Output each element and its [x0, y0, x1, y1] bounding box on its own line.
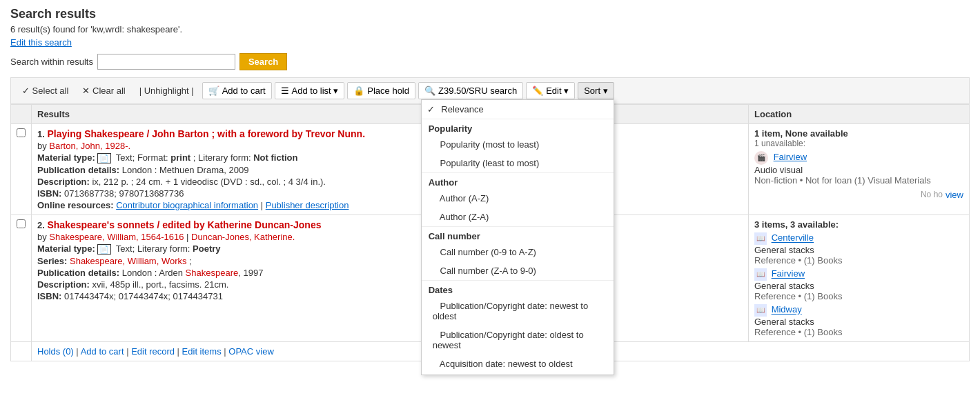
row1-material-icon: 📄	[97, 153, 111, 163]
check-icon: ✓	[427, 104, 435, 114]
search-icon: 🔍	[424, 86, 435, 96]
row1-checkbox[interactable]	[17, 128, 26, 137]
sort-group-callnum: Call number	[422, 226, 614, 243]
row1-author-link[interactable]: Barton, John, 1928-.	[49, 141, 130, 151]
row2-result-cell: 2. Shakespeare's sonnets / edited by Kat…	[32, 215, 749, 342]
edit-button[interactable]: ✏️ Edit ▾	[526, 82, 575, 99]
row2-title-line: 2. Shakespeare's sonnets / edited by Kat…	[37, 219, 743, 230]
sort-acqdate-newest[interactable]: Acquisition date: newest to oldest	[422, 355, 614, 373]
row1-description: Description: ix, 212 p. ; 24 cm. + 1 vid…	[37, 177, 743, 187]
row1-isbn: ISBN: 0713687738; 9780713687736	[37, 188, 743, 199]
results-count: 6 result(s) found for 'kw,wrdl: shakespe…	[10, 24, 970, 34]
row1-publication: Publication details: London : Methuen Dr…	[37, 165, 743, 175]
edit-icon: ✏️	[532, 86, 543, 96]
row2-number: 2.	[37, 220, 47, 230]
toolbar: ✓ Select all ✕ Clear all | Unhighlight |…	[10, 77, 970, 104]
sort-group-dates: Dates	[422, 280, 614, 297]
row1-online-link1[interactable]: Contributor biographical information	[116, 200, 258, 210]
row1-author: by Barton, John, 1928-.	[37, 141, 743, 151]
row2-edit-record-link[interactable]: Edit record	[131, 346, 175, 357]
sort-popularity-most[interactable]: Popularity (most to least)	[422, 135, 614, 154]
row2-branch3-link[interactable]: Midway	[772, 305, 802, 315]
row1-online: Online resources: Contributor biographic…	[37, 200, 743, 210]
search-within-input[interactable]	[97, 54, 235, 70]
row2-description: Description: xvii, 485p ill., port., fac…	[37, 279, 743, 290]
row2-location-cell: 3 items, 3 available: 📖 Centerville Gene…	[749, 215, 970, 342]
sort-acqdate-oldest[interactable]: Acquisition date: oldest to newest	[422, 373, 614, 375]
row2-branch2-link[interactable]: Fairview	[772, 269, 805, 279]
row1-material: Material type: 📄 Text; Format: print ; L…	[37, 152, 743, 163]
sort-button[interactable]: Sort ▾	[578, 82, 614, 99]
row2-loc3-icon: 📖	[754, 304, 767, 317]
row2-add-to-cart-link[interactable]: Add to cart	[81, 346, 124, 357]
sort-callnum-09[interactable]: Call number (0-9 to A-Z)	[422, 243, 614, 261]
page-title: Search results	[10, 7, 970, 21]
sort-date-newest[interactable]: Publication/Copyright date: newest to ol…	[422, 297, 614, 326]
row2-location-entry2: 📖 Fairview General stacks Reference • (1…	[754, 268, 963, 301]
row2-isbn: ISBN: 017443474x; 017443474x; 0174434731	[37, 291, 743, 301]
row2-publication: Publication details: London : Arden Shak…	[37, 268, 743, 278]
sort-relevance[interactable]: ✓ Relevance	[422, 100, 614, 119]
row1-location-cell: 1 item, None available 1 unavailable: 🎬 …	[749, 124, 970, 215]
row2-branch1-link[interactable]: Centerville	[772, 233, 814, 243]
row2-opac-view-link[interactable]: OPAC view	[228, 346, 274, 357]
unhighlight-button[interactable]: | Unhighlight |	[134, 83, 199, 99]
add-to-list-button[interactable]: ☰ Add to list ▾	[275, 82, 345, 99]
row2-series-link[interactable]: Shakespeare, William, Works	[70, 256, 187, 266]
row2-loc1-type: General stacks	[754, 245, 814, 255]
z39-search-button[interactable]: 🔍 Z39.50/SRU search	[418, 82, 523, 99]
sort-group-author: Author	[422, 172, 614, 189]
row1-online-link2[interactable]: Publisher description	[266, 200, 349, 210]
row2-edit-items-link[interactable]: Edit items	[182, 346, 222, 357]
row1-location-icon: 🎬	[754, 151, 768, 165]
row2-author: by Shakespeare, William, 1564-1616 | Dun…	[37, 232, 743, 242]
search-button[interactable]: Search	[239, 53, 287, 70]
sort-author-za[interactable]: Author (Z-A)	[422, 208, 614, 226]
row1-branch-link[interactable]: Fairview	[774, 152, 807, 162]
row2-location-available: 3 items, 3 available:	[754, 219, 963, 230]
sort-date-oldest[interactable]: Publication/Copyright date: oldest to ne…	[422, 326, 614, 355]
row2-series: Series: Shakespeare, William, Works ;	[37, 256, 743, 266]
row2-title-link[interactable]: Shakespeare's sonnets / edited by Kather…	[47, 219, 321, 230]
row2-pub-link[interactable]: Shakespeare	[186, 268, 239, 278]
row1-location-entry: 🎬 Fairview Audio visual Non-fiction • No…	[754, 151, 963, 186]
clear-all-button[interactable]: ✕ Clear all	[77, 83, 130, 99]
row2-holds-link[interactable]: Holds (0)	[37, 346, 74, 357]
sort-group-popularity: Popularity	[422, 119, 614, 135]
row1-material-details: Text; Format: print ; Literary form: Not…	[116, 152, 298, 163]
row2-author-link1[interactable]: Shakespeare, William, 1564-1616	[49, 232, 184, 242]
place-hold-button[interactable]: 🔒 Place hold	[347, 82, 415, 99]
row2-loc3-type: General stacks	[754, 317, 814, 327]
col-results: Results	[32, 105, 749, 124]
row1-checkbox-cell	[11, 124, 32, 215]
sort-callnum-za[interactable]: Call number (Z-A to 9-0)	[422, 261, 614, 280]
add-to-cart-button[interactable]: 🛒 Add to cart	[202, 82, 272, 99]
row1-no-hold: No ho	[921, 190, 943, 200]
search-within-label: Search within results	[10, 57, 93, 67]
select-all-button[interactable]: ✓ Select all	[17, 83, 74, 99]
row1-title-line: 1. Playing Shakespeare / John Barton ; w…	[37, 128, 743, 139]
sort-author-az[interactable]: Author (A-Z)	[422, 189, 614, 208]
row2-loc1-detail: Reference • (1) Books	[754, 255, 842, 266]
row1-result-cell: 1. Playing Shakespeare / John Barton ; w…	[32, 124, 749, 215]
row1-location-available: 1 item, None available	[754, 128, 963, 139]
row1-location-type: Audio visual	[754, 165, 803, 175]
edit-search-link[interactable]: Edit this search	[10, 37, 970, 48]
row2-checkbox[interactable]	[17, 219, 26, 228]
row1-location-unavailable: 1 unavailable:	[754, 139, 963, 148]
row2-loc2-type: General stacks	[754, 281, 814, 291]
row1-view-link[interactable]: view	[945, 190, 963, 200]
row2-location-entry3: 📖 Midway General stacks Reference • (1) …	[754, 304, 963, 337]
hold-icon: 🔒	[353, 86, 364, 96]
list-icon: ☰	[281, 86, 289, 96]
sort-popularity-least[interactable]: Popularity (least to most)	[422, 154, 614, 172]
col-location: Location	[749, 105, 970, 124]
cart-icon: 🛒	[208, 86, 219, 96]
row2-material: Material type: 📄 Text; Literary form: Po…	[37, 243, 743, 255]
search-within-row: Search within results Search	[10, 53, 970, 70]
row1-title-link[interactable]: Playing Shakespeare / John Barton ; with…	[47, 128, 365, 139]
row1-material-label: Material type:	[37, 152, 97, 163]
row2-author-link2[interactable]: Duncan-Jones, Katherine.	[191, 232, 295, 242]
sort-dropdown-container: Sort ▾ ✓ Relevance Popularity Popularity…	[578, 82, 614, 99]
row2-material-icon: 📄	[97, 244, 111, 255]
